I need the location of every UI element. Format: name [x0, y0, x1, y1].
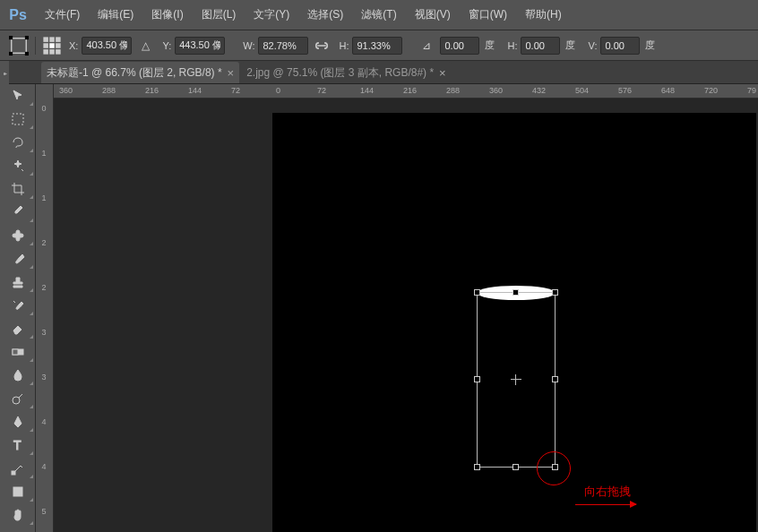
history-brush-tool[interactable]	[0, 294, 36, 317]
ruler-tick: 2	[36, 283, 52, 292]
svg-rect-6	[49, 37, 55, 42]
transform-handle-mid-right[interactable]	[552, 376, 558, 382]
svg-rect-2	[25, 36, 29, 39]
brush-tool[interactable]	[0, 247, 36, 270]
heal-tool[interactable]	[0, 224, 36, 247]
menu-filter[interactable]: 滤镜(T)	[352, 0, 405, 30]
transform-handle-top-left[interactable]	[474, 289, 480, 296]
ruler-tick: 432	[532, 86, 546, 95]
ruler-tick: 72	[231, 86, 240, 95]
rotate-field[interactable]	[440, 37, 479, 55]
skew-h-field[interactable]	[521, 37, 560, 55]
y-field[interactable]	[175, 37, 225, 55]
x-field[interactable]	[82, 37, 132, 55]
path-tool[interactable]	[0, 457, 36, 480]
ruler-tick: 504	[575, 86, 589, 95]
transform-handle-mid-left[interactable]	[474, 376, 480, 382]
transform-center-icon[interactable]	[511, 374, 521, 385]
menu-bar: Ps 文件(F) 编辑(E) 图像(I) 图层(L) 文字(Y) 选择(S) 滤…	[0, 0, 758, 30]
ruler-tick: 576	[618, 86, 632, 95]
pen-tool[interactable]	[0, 410, 36, 433]
menu-file[interactable]: 文件(F)	[36, 0, 89, 30]
transform-handle-top-mid[interactable]	[513, 289, 519, 296]
menu-view[interactable]: 视图(V)	[406, 0, 460, 30]
type-tool[interactable]: T	[0, 433, 36, 457]
menu-help[interactable]: 帮助(H)	[516, 0, 571, 30]
crop-tool[interactable]	[0, 177, 36, 201]
reference-point-icon[interactable]	[42, 36, 62, 56]
menu-layer[interactable]: 图层(L)	[193, 0, 245, 30]
tab-inactive[interactable]: 2.jpg @ 75.1% (图层 3 副本, RGB/8#) * ×	[241, 62, 452, 83]
rotate-unit: 度	[485, 39, 495, 52]
canvas-viewport[interactable]: 向右拖拽	[54, 99, 758, 532]
skew-v-field[interactable]	[600, 37, 640, 55]
app-logo: Ps	[0, 0, 36, 30]
ruler-tick: 72	[317, 86, 326, 95]
ruler-tick: 79	[747, 86, 756, 95]
ruler-tick: 1	[36, 149, 52, 158]
transform-bounding-box[interactable]	[477, 292, 556, 468]
svg-rect-10	[56, 43, 61, 48]
rotate-icon: ⊿	[417, 36, 436, 56]
ruler-horizontal[interactable]: 3602882161447207214421628836043250457664…	[54, 84, 758, 99]
ruler-tick: 4	[36, 417, 52, 426]
menu-window[interactable]: 窗口(W)	[460, 0, 516, 30]
tool-palette: T	[0, 84, 36, 532]
ruler-tick: 144	[360, 86, 374, 95]
ruler-tick: 0	[276, 86, 280, 95]
document-canvas[interactable]: 向右拖拽	[272, 113, 756, 532]
w-field[interactable]	[258, 37, 308, 55]
ruler-tick: 0	[36, 104, 52, 113]
h-label: H:	[339, 40, 349, 51]
options-bar: X: △ Y: W: H: ⊿ 度 H: 度 V: 度	[0, 30, 758, 61]
h-field[interactable]	[352, 37, 402, 55]
hand-tool[interactable]	[0, 503, 36, 527]
ruler-tick: 4	[36, 462, 52, 471]
svg-rect-11	[43, 49, 48, 55]
svg-text:T: T	[13, 438, 22, 452]
ruler-tick: 648	[661, 86, 675, 95]
transform-handle-top-right[interactable]	[552, 289, 558, 296]
svg-rect-5	[43, 37, 48, 42]
tab-close-icon[interactable]: ×	[439, 66, 446, 80]
move-tool[interactable]	[0, 84, 36, 107]
ruler-tick: 360	[59, 86, 73, 95]
marquee-tool[interactable]	[0, 107, 36, 131]
svg-rect-21	[12, 471, 15, 475]
skew-h-unit: 度	[565, 39, 575, 52]
ruler-tick: 5	[36, 507, 52, 516]
ruler-tick: 3	[36, 373, 52, 382]
x-label: X:	[69, 40, 78, 51]
gradient-tool[interactable]	[0, 340, 36, 364]
skew-v-label: V:	[588, 40, 597, 51]
tab-close-icon[interactable]: ×	[228, 66, 235, 80]
document-tabs: 未标题-1 @ 66.7% (图层 2, RGB/8) * × 2.jpg @ …	[0, 61, 758, 84]
link-icon[interactable]	[312, 36, 332, 56]
svg-rect-9	[49, 43, 55, 48]
lasso-tool[interactable]	[0, 131, 36, 154]
transform-handle-bottom-left[interactable]	[474, 464, 480, 470]
menu-image[interactable]: 图像(I)	[142, 0, 192, 30]
shape-tool[interactable]	[0, 480, 36, 503]
ruler-tick: 2	[36, 238, 52, 247]
blur-tool[interactable]	[0, 364, 36, 387]
expand-handle[interactable]	[0, 61, 9, 84]
wand-tool[interactable]	[0, 154, 36, 177]
svg-rect-1	[9, 36, 13, 39]
dodge-tool[interactable]	[0, 387, 36, 410]
svg-point-19	[13, 397, 20, 404]
delta-icon[interactable]: △	[135, 36, 155, 56]
transform-tool-icon[interactable]	[9, 36, 29, 56]
ruler-tick: 216	[403, 86, 417, 95]
tab-active[interactable]: 未标题-1 @ 66.7% (图层 2, RGB/8) * ×	[41, 62, 239, 83]
svg-rect-18	[13, 349, 18, 355]
menu-edit[interactable]: 编辑(E)	[89, 0, 142, 30]
transform-handle-bottom-mid[interactable]	[513, 464, 519, 470]
ruler-vertical[interactable]: 0112233445	[36, 84, 54, 532]
menu-type[interactable]: 文字(Y)	[245, 0, 298, 30]
menu-select[interactable]: 选择(S)	[298, 0, 352, 30]
skew-h-label: H:	[507, 40, 517, 51]
stamp-tool[interactable]	[0, 270, 36, 294]
eyedropper-tool[interactable]	[0, 201, 36, 224]
eraser-tool[interactable]	[0, 317, 36, 340]
